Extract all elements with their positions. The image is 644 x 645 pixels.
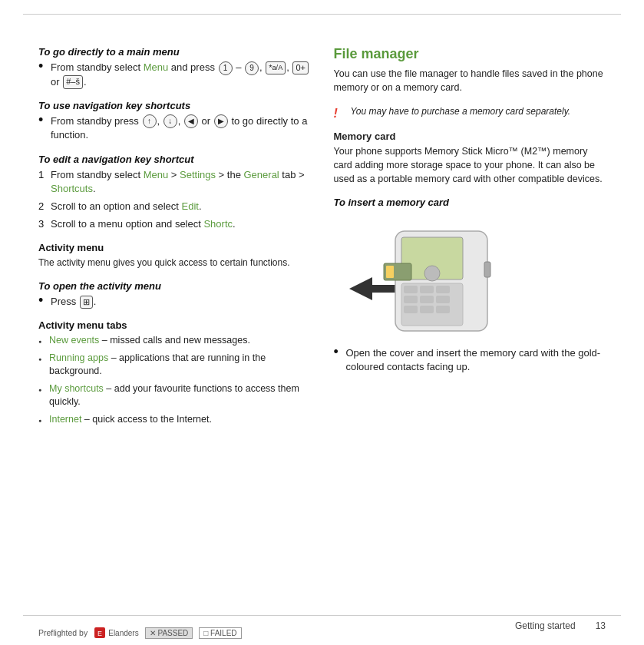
left-column: To go directly to a main menu • From sta… bbox=[38, 23, 311, 607]
open-cover-text: Open the cover and insert the memory car… bbox=[346, 346, 606, 374]
memory-card-heading: Memory card bbox=[334, 131, 606, 142]
tab-my-shortcuts: ● My shortcuts – add your favourite func… bbox=[38, 382, 311, 409]
section-edit-shortcut: To edit a navigation key shortcut 1 From… bbox=[38, 154, 311, 232]
svg-point-12 bbox=[424, 266, 440, 281]
note-text: You may have to purchase a memory card s… bbox=[351, 105, 571, 118]
phone-illustration bbox=[334, 216, 503, 339]
key-left: ◀ bbox=[184, 114, 198, 128]
top-border-line bbox=[23, 14, 621, 15]
memory-card-body: Your phone supports Memory Stick Micro™ … bbox=[334, 144, 606, 186]
svg-rect-9 bbox=[404, 306, 418, 313]
section-main-menu: To go directly to a main menu • From sta… bbox=[38, 46, 311, 89]
right-column: File manager You can use the file manage… bbox=[334, 23, 606, 607]
settings-link: Settings bbox=[180, 169, 216, 180]
main-menu-bullet: • From standby select Menu and press 1 –… bbox=[38, 61, 311, 89]
key-down: ↓ bbox=[163, 114, 177, 128]
edit-shortcut-heading: To edit a navigation key shortcut bbox=[38, 154, 311, 165]
menu-link: Menu bbox=[144, 61, 169, 73]
footer-area: Preflighted by E Elanders ✕ PASSED □ FAI… bbox=[38, 627, 606, 639]
key-star: *a/A bbox=[266, 61, 286, 74]
tab-new-events: ● New events – missed calls and new mess… bbox=[38, 334, 311, 348]
menu-link-2: Menu bbox=[144, 169, 169, 180]
preflighted-label: Preflighted by bbox=[38, 628, 88, 637]
svg-rect-13 bbox=[484, 262, 490, 277]
footer-left: Preflighted by E Elanders ✕ PASSED □ FAI… bbox=[38, 627, 242, 639]
key-up: ↑ bbox=[143, 114, 157, 128]
my-shortcuts-link: My shortcuts bbox=[49, 383, 104, 394]
key-activity: ⊞ bbox=[80, 296, 93, 309]
elanders-icon: E bbox=[94, 627, 106, 639]
file-manager-body: You can use the file manager to handle f… bbox=[334, 67, 606, 94]
bullet-dot: • bbox=[38, 59, 51, 73]
svg-rect-15 bbox=[386, 266, 394, 278]
svg-rect-5 bbox=[436, 286, 450, 293]
bottom-border-line bbox=[23, 615, 621, 616]
shortcuts-link: Shortcuts bbox=[51, 183, 93, 194]
key-1: 1 bbox=[219, 61, 233, 75]
key-hash: #–š bbox=[63, 75, 83, 88]
open-activity-bullet: • Press ⊞. bbox=[38, 295, 311, 309]
shortc-link: Shortc bbox=[203, 218, 233, 230]
tab-internet: ● Internet – quick access to the Interne… bbox=[38, 413, 311, 427]
tab-running-apps: ● Running apps – applications that are r… bbox=[38, 352, 311, 379]
svg-text:E: E bbox=[97, 630, 102, 637]
section-insert-card: To insert a memory card bbox=[334, 197, 606, 374]
activity-menu-heading: Activity menu bbox=[38, 242, 311, 253]
bullet-dot-2: • bbox=[38, 113, 51, 127]
step-number-3: 3 bbox=[38, 217, 51, 231]
step-number-1: 1 bbox=[38, 168, 51, 182]
small-bullet-1: ● bbox=[38, 338, 49, 346]
edit-step-2: 2 Scroll to an option and select Edit. bbox=[38, 200, 311, 213]
phone-image-area bbox=[334, 216, 503, 339]
section-nav-shortcuts: To use navigation key shortcuts • From s… bbox=[38, 100, 311, 143]
new-events-link: New events bbox=[49, 335, 99, 346]
edit-step-3: 3 Scroll to a menu option and select Sho… bbox=[38, 217, 311, 231]
section-file-manager: File manager You can use the file manage… bbox=[334, 46, 606, 94]
svg-rect-4 bbox=[420, 286, 434, 293]
elanders-logo: E Elanders bbox=[94, 627, 138, 639]
insert-card-heading: To insert a memory card bbox=[334, 197, 606, 208]
key-0plus: 0+ bbox=[292, 61, 309, 74]
tab-new-events-text: New events – missed calls and new messag… bbox=[49, 334, 311, 348]
small-bullet-4: ● bbox=[38, 417, 49, 425]
page-container: To go directly to a main menu • From sta… bbox=[0, 0, 644, 645]
svg-rect-3 bbox=[404, 286, 418, 293]
svg-rect-7 bbox=[420, 296, 434, 303]
edit-step-2-text: Scroll to an option and select Edit. bbox=[51, 200, 311, 213]
step-number-2: 2 bbox=[38, 200, 51, 213]
key-9: 9 bbox=[245, 61, 259, 75]
main-menu-bullet-text: From standby select Menu and press 1 – 9… bbox=[51, 61, 311, 89]
internet-link: Internet bbox=[49, 414, 81, 425]
edit-step-3-text: Scroll to a menu option and select Short… bbox=[51, 217, 311, 231]
section-memory-card: Memory card Your phone supports Memory S… bbox=[334, 131, 606, 186]
section-activity-tabs: Activity menu tabs ● New events – missed… bbox=[38, 319, 311, 426]
section-open-activity: To open the activity menu • Press ⊞. bbox=[38, 280, 311, 309]
file-manager-heading: File manager bbox=[334, 46, 606, 62]
company-name: Elanders bbox=[108, 629, 138, 637]
failed-badge: □ FAILED bbox=[199, 627, 241, 639]
small-bullet-3: ● bbox=[38, 386, 49, 394]
passed-badge: ✕ PASSED bbox=[145, 627, 193, 639]
edit-step-1-text: From standby select Menu > Settings > th… bbox=[51, 168, 311, 196]
tab-my-shortcuts-text: My shortcuts – add your favourite functi… bbox=[49, 382, 311, 409]
tab-internet-text: Internet – quick access to the Internet. bbox=[49, 413, 311, 427]
activity-menu-body: The activity menu gives you quick access… bbox=[38, 256, 311, 270]
nav-shortcuts-heading: To use navigation key shortcuts bbox=[38, 100, 311, 111]
note-block: ! You may have to purchase a memory card… bbox=[334, 105, 606, 122]
svg-rect-6 bbox=[404, 296, 418, 303]
tab-running-apps-text: Running apps – applications that are run… bbox=[49, 352, 311, 379]
edit-step-1: 1 From standby select Menu > Settings > … bbox=[38, 168, 311, 196]
bullet-dot-4: • bbox=[334, 345, 346, 359]
open-activity-text: Press ⊞. bbox=[51, 295, 311, 309]
bullet-dot-3: • bbox=[38, 293, 51, 307]
open-cover-bullet: • Open the cover and insert the memory c… bbox=[334, 346, 606, 374]
svg-rect-11 bbox=[436, 306, 450, 313]
svg-rect-8 bbox=[436, 296, 450, 303]
running-apps-link: Running apps bbox=[49, 352, 108, 363]
edit-link: Edit bbox=[182, 200, 199, 212]
svg-rect-10 bbox=[420, 306, 434, 313]
general-link: General bbox=[244, 169, 279, 180]
nav-shortcuts-bullet: • From standby press ↑, ↓, ◀ or ▶ to go … bbox=[38, 114, 311, 143]
activity-tabs-heading: Activity menu tabs bbox=[38, 319, 311, 331]
section-activity-menu: Activity menu The activity menu gives yo… bbox=[38, 242, 311, 270]
